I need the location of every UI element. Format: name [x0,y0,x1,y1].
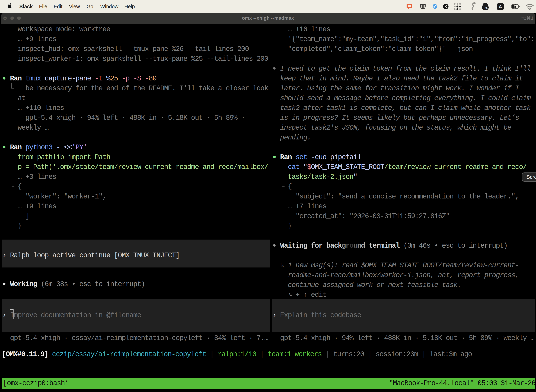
svg-text:..61: ..61 [484,6,489,9]
svg-text:A: A [499,4,502,9]
